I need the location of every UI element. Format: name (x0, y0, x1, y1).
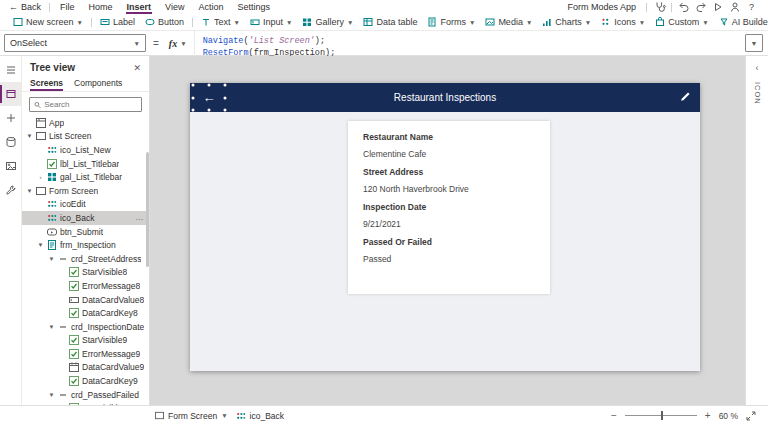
tab-screens[interactable]: Screens (30, 78, 63, 91)
screen-breadcrumb[interactable]: Form Screen ▼ (155, 411, 228, 421)
menu-item-action[interactable]: Action (191, 1, 230, 13)
titlebar-rectangle[interactable]: ← Restaurant Inspections (190, 83, 700, 112)
ribbon-data-table-button[interactable]: Data table (358, 17, 422, 27)
tree-item-StarVisible8[interactable]: StarVisible8 (22, 266, 149, 280)
selection-handle[interactable] (192, 96, 195, 99)
advanced-tools-icon[interactable] (0, 178, 21, 202)
item-overflow-menu[interactable]: … (136, 213, 145, 222)
tree-item-App[interactable]: App (22, 116, 149, 130)
chevron-down-icon: ▼ (77, 19, 83, 26)
chevron-down-icon[interactable]: ▼ (37, 242, 44, 248)
menu-item-view[interactable]: View (158, 1, 191, 13)
ribbon-button-button[interactable]: Button (140, 17, 189, 27)
media-icon[interactable] (0, 154, 21, 178)
redo-icon[interactable] (692, 1, 709, 14)
tree-item-ico_List_New[interactable]: ico_List_New (22, 143, 149, 157)
back-icon-selected[interactable]: ← (193, 85, 225, 110)
chevron-down-icon: ▼ (286, 19, 292, 26)
ribbon-input-button[interactable]: Input▼ (245, 17, 297, 27)
tree-item-List Screen[interactable]: ▼List Screen (22, 130, 149, 144)
selection-handle[interactable] (192, 84, 195, 87)
tree-item-DataCardValue8[interactable]: DataCardValue8 (22, 293, 149, 307)
selection-handle[interactable] (224, 84, 227, 87)
insert-icon[interactable] (0, 106, 21, 130)
tree-item-ErrorMessage8[interactable]: ErrorMessage8 (22, 279, 149, 293)
play-icon[interactable] (709, 1, 726, 14)
selected-control-breadcrumb[interactable]: ico_Back (236, 411, 285, 421)
back-button[interactable]: ← Back (4, 2, 46, 12)
zoom-in-button[interactable]: + (705, 411, 711, 421)
ribbon-custom-button[interactable]: Custom▼ (650, 17, 713, 27)
close-icon[interactable]: ✕ (133, 63, 141, 73)
data-icon[interactable] (0, 130, 21, 154)
ribbon-new-screen-button[interactable]: New screen▼ (8, 17, 88, 27)
inspection-form[interactable]: Restaurant NameClementine CafeStreet Add… (348, 121, 550, 294)
form-screen-canvas[interactable]: ← Restaurant Inspections Restaurant Name… (190, 83, 700, 371)
selection-handle[interactable] (224, 96, 227, 99)
zoom-slider[interactable] (625, 415, 697, 416)
menu-item-insert[interactable]: Insert (120, 1, 159, 13)
chevron-down-icon[interactable]: ▼ (48, 256, 55, 262)
tree-scrollbar[interactable] (146, 152, 149, 267)
field-label: Inspection Date (363, 202, 535, 212)
ribbon-icons-button[interactable]: Icons▼ (596, 17, 650, 27)
menu-item-file[interactable]: File (53, 1, 82, 13)
tree-item-StarVisible9[interactable]: StarVisible9 (22, 334, 149, 348)
tree-item-crd_StreetAddress[interactable]: ▼crd_StreetAddress (22, 252, 149, 266)
help-icon[interactable]: ? (743, 1, 760, 14)
property-selector[interactable]: OnSelect ▼ (4, 34, 146, 52)
ribbon-label-button[interactable]: Label (95, 17, 140, 27)
app-checker-icon[interactable] (651, 1, 668, 14)
ribbon-charts-button[interactable]: Charts▼ (537, 17, 596, 27)
selection-handle[interactable] (224, 109, 227, 112)
chevron-down-icon[interactable]: ▼ (48, 392, 55, 398)
screen-title-label[interactable]: Restaurant Inspections (190, 92, 700, 103)
chevron-down-icon[interactable]: ▼ (26, 188, 33, 194)
tree-item-DataCardValue9[interactable]: DataCardValue9 (22, 361, 149, 375)
zoom-slider-thumb[interactable] (661, 411, 663, 420)
menu-item-settings[interactable]: Settings (230, 1, 277, 13)
edit-pencil-icon[interactable] (679, 91, 691, 103)
tree-item-gal_List_Titlebar[interactable]: ›gal_List_Titlebar (22, 170, 149, 184)
status-bar: Form Screen ▼ ico_Back − + 60 % (0, 405, 768, 425)
zoom-out-button[interactable]: − (611, 411, 617, 421)
tree-view-icon[interactable] (0, 82, 21, 106)
selection-handle[interactable] (208, 109, 211, 112)
selection-handle[interactable] (208, 84, 211, 87)
fit-to-window-icon[interactable] (746, 411, 756, 421)
tree-item-Form Screen[interactable]: ▼Form Screen (22, 184, 149, 198)
tree-item-crd_InspectionDate[interactable]: ▼crd_InspectionDate (22, 320, 149, 334)
undo-icon[interactable] (675, 1, 692, 14)
tab-components[interactable]: Components (74, 78, 122, 91)
tree-item-ico_Back[interactable]: ico_Back… (22, 211, 149, 225)
tree-item-lbl_List_Titlebar[interactable]: lbl_List_Titlebar (22, 157, 149, 171)
tree-item-btn_Submit[interactable]: btn_Submit (22, 225, 149, 239)
ribbon-text-button[interactable]: Text▼ (196, 17, 245, 27)
tree-item-ErrorMessage9[interactable]: ErrorMessage9 (22, 347, 149, 361)
chevron-down-icon[interactable]: ▼ (26, 133, 33, 139)
expand-panel-chevron-icon[interactable]: ‹ (756, 63, 759, 73)
menu-item-home[interactable]: Home (82, 1, 120, 13)
menu-icon[interactable] (0, 58, 21, 82)
formula-expand-button[interactable]: ▼ (745, 34, 763, 52)
tree-item-StarVisible10[interactable]: StarVisible10 (22, 401, 149, 405)
divider (49, 3, 50, 12)
user-icon[interactable] (726, 1, 743, 14)
tree-item-DataCardKey9[interactable]: DataCardKey9 (22, 374, 149, 388)
ribbon-gallery-button[interactable]: Gallery▼ (297, 17, 358, 27)
tree-item-crd_PassedFailed[interactable]: ▼crd_PassedFailed (22, 388, 149, 402)
tree-item-label: icoEdit (60, 199, 86, 209)
tree-item-icoEdit[interactable]: icoEdit (22, 198, 149, 212)
ribbon-ai-builder-button[interactable]: AI Builder▼ (714, 17, 768, 27)
selection-handle[interactable] (192, 109, 195, 112)
formula-input[interactable]: Navigate('List Screen');ResetForm(frm_In… (194, 31, 742, 56)
fx-menu[interactable]: fx ▼ (162, 38, 194, 49)
ribbon-forms-button[interactable]: Forms▼ (422, 17, 480, 27)
chevron-down-icon[interactable]: ▼ (48, 324, 55, 330)
tree-item-DataCardKey8[interactable]: DataCardKey8 (22, 306, 149, 320)
search-input[interactable] (44, 100, 137, 109)
chevron-right-icon[interactable]: › (37, 174, 44, 180)
ribbon-media-button[interactable]: Media▼ (480, 17, 537, 27)
tree-item-frm_Inspection[interactable]: ▼frm_Inspection (22, 238, 149, 252)
search-box[interactable] (29, 97, 142, 112)
